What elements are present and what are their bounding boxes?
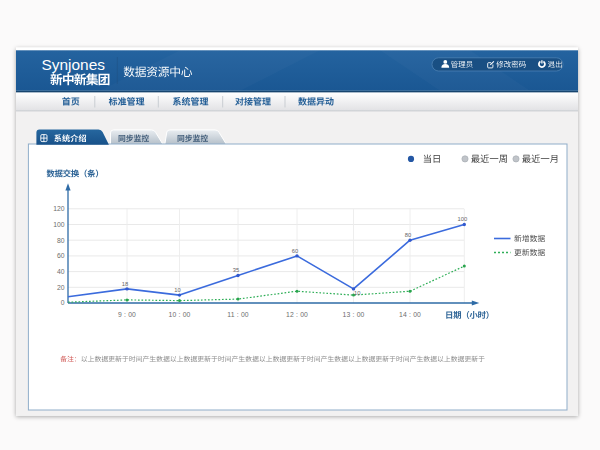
svg-text:11 : 00: 11 : 00: [227, 311, 249, 318]
svg-text:80: 80: [405, 232, 411, 238]
svg-text:100: 100: [53, 221, 65, 228]
svg-text:10: 10: [354, 290, 360, 296]
svg-text:18: 18: [122, 281, 128, 287]
svg-text:120: 120: [53, 205, 65, 212]
svg-text:9 : 00: 9 : 00: [118, 311, 136, 318]
svg-text:0: 0: [61, 299, 65, 306]
svg-text:60: 60: [57, 252, 65, 259]
svg-text:Synjones: Synjones: [42, 56, 106, 73]
svg-text:10 : 00: 10 : 00: [168, 311, 190, 318]
svg-text:13 : 00: 13 : 00: [342, 311, 364, 318]
svg-text:14 : 00: 14 : 00: [399, 311, 421, 318]
svg-text:10: 10: [174, 287, 180, 293]
svg-text:80: 80: [57, 237, 65, 244]
svg-text:60: 60: [292, 248, 298, 254]
svg-text:40: 40: [57, 268, 65, 275]
svg-text:20: 20: [57, 284, 65, 291]
svg-text:12 : 00: 12 : 00: [286, 311, 308, 318]
svg-text:35: 35: [233, 267, 239, 273]
svg-text:100: 100: [457, 216, 467, 222]
